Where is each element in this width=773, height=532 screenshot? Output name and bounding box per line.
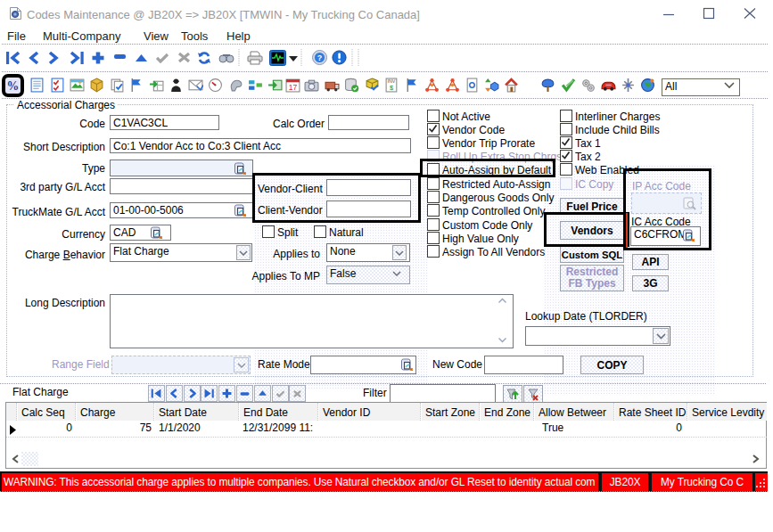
svg-text:?: ?	[317, 53, 323, 62]
svg-text:17: 17	[289, 83, 298, 92]
svg-text:%: %	[7, 79, 20, 93]
